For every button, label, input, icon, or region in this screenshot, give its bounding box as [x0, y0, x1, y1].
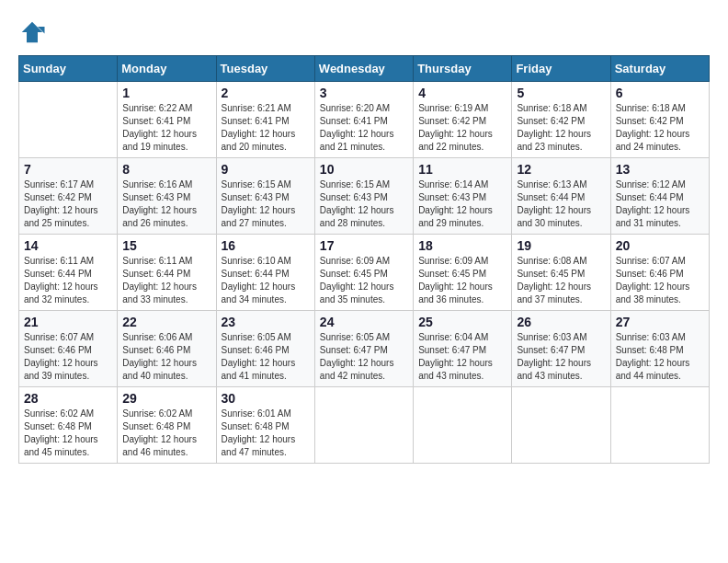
day-header-sunday: Sunday — [19, 56, 118, 82]
calendar-cell: 25Sunrise: 6:04 AMSunset: 6:47 PMDayligh… — [414, 311, 512, 387]
day-number: 20 — [616, 238, 704, 253]
calendar-cell — [610, 387, 709, 464]
day-info: Sunrise: 6:02 AMSunset: 6:48 PMDaylight:… — [122, 408, 210, 459]
calendar-cell: 8Sunrise: 6:16 AMSunset: 6:43 PMDaylight… — [118, 158, 216, 235]
calendar-cell: 11Sunrise: 6:14 AMSunset: 6:43 PMDayligh… — [414, 158, 512, 235]
day-number: 24 — [320, 315, 408, 329]
calendar-cell — [19, 82, 118, 158]
day-number: 11 — [418, 162, 506, 177]
calendar-week-row: 1Sunrise: 6:22 AMSunset: 6:41 PMDaylight… — [19, 82, 710, 158]
day-number: 3 — [320, 86, 408, 100]
calendar-cell: 3Sunrise: 6:20 AMSunset: 6:41 PMDaylight… — [314, 82, 413, 158]
calendar-cell: 16Sunrise: 6:10 AMSunset: 6:44 PMDayligh… — [216, 235, 314, 311]
calendar-cell: 22Sunrise: 6:06 AMSunset: 6:46 PMDayligh… — [118, 311, 216, 387]
calendar-cell: 18Sunrise: 6:09 AMSunset: 6:45 PMDayligh… — [414, 235, 512, 311]
day-info: Sunrise: 6:19 AMSunset: 6:42 PMDaylight:… — [418, 102, 506, 154]
day-number: 15 — [122, 238, 210, 253]
day-number: 14 — [24, 238, 112, 253]
calendar-cell — [512, 387, 610, 464]
calendar-cell: 6Sunrise: 6:18 AMSunset: 6:42 PMDaylight… — [610, 82, 709, 158]
day-number: 17 — [320, 238, 408, 253]
day-info: Sunrise: 6:03 AMSunset: 6:48 PMDaylight:… — [616, 331, 704, 383]
calendar-cell: 20Sunrise: 6:07 AMSunset: 6:46 PMDayligh… — [610, 235, 709, 311]
calendar-cell: 30Sunrise: 6:01 AMSunset: 6:48 PMDayligh… — [216, 387, 314, 464]
calendar-cell: 13Sunrise: 6:12 AMSunset: 6:44 PMDayligh… — [610, 158, 709, 235]
day-info: Sunrise: 6:07 AMSunset: 6:46 PMDaylight:… — [24, 331, 112, 383]
day-info: Sunrise: 6:17 AMSunset: 6:42 PMDaylight:… — [24, 178, 112, 230]
calendar-cell: 14Sunrise: 6:11 AMSunset: 6:44 PMDayligh… — [19, 235, 118, 311]
calendar-cell: 21Sunrise: 6:07 AMSunset: 6:46 PMDayligh… — [19, 311, 118, 387]
day-info: Sunrise: 6:12 AMSunset: 6:44 PMDaylight:… — [616, 178, 704, 230]
day-info: Sunrise: 6:11 AMSunset: 6:44 PMDaylight:… — [24, 255, 112, 306]
calendar-cell: 19Sunrise: 6:08 AMSunset: 6:45 PMDayligh… — [512, 235, 610, 311]
day-number: 28 — [24, 391, 112, 406]
day-info: Sunrise: 6:04 AMSunset: 6:47 PMDaylight:… — [418, 331, 506, 383]
calendar-cell: 27Sunrise: 6:03 AMSunset: 6:48 PMDayligh… — [610, 311, 709, 387]
day-header-wednesday: Wednesday — [314, 56, 413, 82]
day-header-tuesday: Tuesday — [216, 56, 314, 82]
calendar-week-row: 28Sunrise: 6:02 AMSunset: 6:48 PMDayligh… — [19, 387, 710, 464]
day-info: Sunrise: 6:16 AMSunset: 6:43 PMDaylight:… — [122, 178, 210, 230]
day-number: 5 — [517, 86, 605, 100]
svg-marker-0 — [22, 22, 43, 43]
calendar-cell: 12Sunrise: 6:13 AMSunset: 6:44 PMDayligh… — [512, 158, 610, 235]
day-info: Sunrise: 6:03 AMSunset: 6:47 PMDaylight:… — [517, 331, 605, 383]
day-number: 6 — [616, 86, 704, 100]
calendar-cell: 28Sunrise: 6:02 AMSunset: 6:48 PMDayligh… — [19, 387, 118, 464]
calendar-cell — [314, 387, 413, 464]
calendar-cell: 26Sunrise: 6:03 AMSunset: 6:47 PMDayligh… — [512, 311, 610, 387]
day-info: Sunrise: 6:06 AMSunset: 6:46 PMDaylight:… — [122, 331, 210, 383]
day-number: 13 — [616, 162, 704, 177]
day-info: Sunrise: 6:22 AMSunset: 6:41 PMDaylight:… — [122, 102, 210, 154]
day-number: 8 — [122, 162, 210, 177]
calendar-cell: 9Sunrise: 6:15 AMSunset: 6:43 PMDaylight… — [216, 158, 314, 235]
day-info: Sunrise: 6:07 AMSunset: 6:46 PMDaylight:… — [616, 255, 704, 306]
calendar-week-row: 21Sunrise: 6:07 AMSunset: 6:46 PMDayligh… — [19, 311, 710, 387]
calendar-header-row: SundayMondayTuesdayWednesdayThursdayFrid… — [19, 56, 710, 82]
day-info: Sunrise: 6:05 AMSunset: 6:47 PMDaylight:… — [320, 331, 408, 383]
calendar-week-row: 7Sunrise: 6:17 AMSunset: 6:42 PMDaylight… — [19, 158, 710, 235]
day-info: Sunrise: 6:01 AMSunset: 6:48 PMDaylight:… — [222, 408, 310, 459]
day-header-friday: Friday — [512, 56, 610, 82]
day-info: Sunrise: 6:14 AMSunset: 6:43 PMDaylight:… — [418, 178, 506, 230]
calendar-table: SundayMondayTuesdayWednesdayThursdayFrid… — [18, 55, 710, 464]
day-info: Sunrise: 6:02 AMSunset: 6:48 PMDaylight:… — [24, 408, 112, 459]
day-number: 27 — [616, 315, 704, 329]
day-number: 10 — [320, 162, 408, 177]
day-number: 16 — [222, 238, 310, 253]
day-number: 29 — [122, 391, 210, 406]
calendar-cell: 10Sunrise: 6:15 AMSunset: 6:43 PMDayligh… — [314, 158, 413, 235]
logo-icon — [18, 18, 46, 46]
calendar-cell: 5Sunrise: 6:18 AMSunset: 6:42 PMDaylight… — [512, 82, 610, 158]
day-number: 4 — [418, 86, 506, 100]
day-info: Sunrise: 6:11 AMSunset: 6:44 PMDaylight:… — [122, 255, 210, 306]
day-number: 25 — [418, 315, 506, 329]
day-info: Sunrise: 6:18 AMSunset: 6:42 PMDaylight:… — [616, 102, 704, 154]
day-info: Sunrise: 6:09 AMSunset: 6:45 PMDaylight:… — [320, 255, 408, 306]
day-number: 19 — [517, 238, 605, 253]
calendar-cell: 1Sunrise: 6:22 AMSunset: 6:41 PMDaylight… — [118, 82, 216, 158]
calendar-cell: 29Sunrise: 6:02 AMSunset: 6:48 PMDayligh… — [118, 387, 216, 464]
page-header — [18, 18, 710, 46]
day-info: Sunrise: 6:15 AMSunset: 6:43 PMDaylight:… — [320, 178, 408, 230]
day-number: 26 — [517, 315, 605, 329]
logo — [18, 18, 46, 46]
day-number: 7 — [24, 162, 112, 177]
calendar-cell: 2Sunrise: 6:21 AMSunset: 6:41 PMDaylight… — [216, 82, 314, 158]
day-number: 9 — [222, 162, 310, 177]
day-info: Sunrise: 6:21 AMSunset: 6:41 PMDaylight:… — [222, 102, 310, 154]
day-number: 12 — [517, 162, 605, 177]
day-info: Sunrise: 6:18 AMSunset: 6:42 PMDaylight:… — [517, 102, 605, 154]
day-number: 1 — [122, 86, 210, 100]
calendar-cell: 17Sunrise: 6:09 AMSunset: 6:45 PMDayligh… — [314, 235, 413, 311]
calendar-week-row: 14Sunrise: 6:11 AMSunset: 6:44 PMDayligh… — [19, 235, 710, 311]
day-number: 21 — [24, 315, 112, 329]
day-info: Sunrise: 6:13 AMSunset: 6:44 PMDaylight:… — [517, 178, 605, 230]
calendar-cell: 23Sunrise: 6:05 AMSunset: 6:46 PMDayligh… — [216, 311, 314, 387]
day-number: 30 — [222, 391, 310, 406]
day-number: 23 — [222, 315, 310, 329]
day-info: Sunrise: 6:09 AMSunset: 6:45 PMDaylight:… — [418, 255, 506, 306]
day-number: 18 — [418, 238, 506, 253]
day-header-thursday: Thursday — [414, 56, 512, 82]
day-info: Sunrise: 6:15 AMSunset: 6:43 PMDaylight:… — [222, 178, 310, 230]
